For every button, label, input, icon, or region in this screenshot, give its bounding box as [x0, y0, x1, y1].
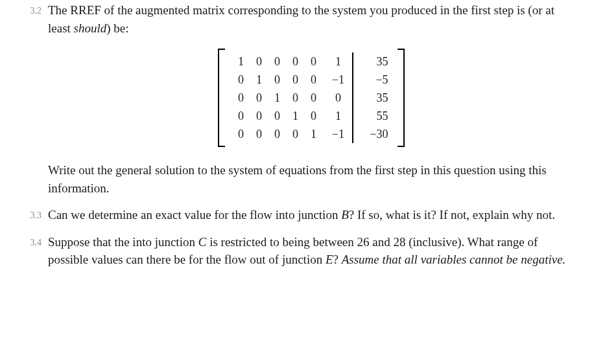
- matrix-cell: 0: [286, 71, 304, 88]
- matrix-cell: 0: [304, 89, 322, 106]
- right-bracket: [396, 49, 405, 147]
- text: ? If so, what is it? If not, explain why…: [349, 208, 555, 222]
- text: ?: [333, 253, 342, 266]
- question-number: 3.4: [19, 233, 48, 249]
- document-page: 3.2 The RREF of the augmented matrix cor…: [0, 0, 594, 291]
- augment-bar: [352, 52, 353, 143]
- matrix-cell: 0: [286, 53, 304, 70]
- text: Can we determine an exact value for the …: [48, 208, 341, 222]
- matrix-cell: −30: [360, 126, 391, 142]
- question-body: Suppose that the into junction C is rest…: [48, 233, 575, 269]
- matrix-cell: 0: [304, 71, 322, 88]
- question-number: 3.2: [19, 1, 48, 17]
- matrix-cell: 0: [326, 89, 350, 106]
- junction-B: B: [341, 208, 349, 222]
- matrix-cell: 1: [304, 126, 322, 142]
- matrix-cell: 0: [268, 71, 286, 88]
- junction-E: E: [326, 253, 333, 266]
- matrix-cell: −5: [360, 71, 391, 88]
- matrix-cell: 0: [286, 126, 304, 142]
- matrix-cell: 1: [268, 89, 286, 106]
- italic-word: should: [74, 21, 107, 35]
- matrix-cell: 35: [360, 53, 391, 70]
- matrix-cell: 0: [304, 108, 322, 124]
- matrix-cell: 1: [286, 108, 304, 124]
- text: ) be:: [106, 21, 128, 35]
- matrix-cell: 0: [250, 53, 268, 70]
- matrix-cell: −1: [326, 126, 350, 142]
- matrix-cell: 0: [232, 108, 250, 124]
- matrix-cell: 0: [268, 53, 286, 70]
- question-3-3: 3.3 Can we determine an exact value for …: [19, 206, 575, 224]
- matrix-cell: 55: [360, 108, 391, 124]
- question-body: Can we determine an exact value for the …: [48, 206, 575, 224]
- augmented-matrix: 1 0 0 0 0 0 1 0 0 0 0 0 1: [48, 49, 575, 147]
- question-body: The RREF of the augmented matrix corresp…: [48, 1, 575, 197]
- matrix-cell: 0: [232, 126, 250, 142]
- matrix-cell: 1: [232, 53, 250, 70]
- matrix-block-A: 1 0 0 0 0 0 1 0 0 0 0 0 1: [232, 52, 322, 143]
- question-3-4: 3.4 Suppose that the into junction C is …: [19, 233, 575, 269]
- matrix-cell: −1: [326, 71, 350, 88]
- matrix-cell: 0: [268, 108, 286, 124]
- text: Suppose that the into junction: [48, 235, 198, 249]
- paragraph: Write out the general solution to the sy…: [48, 161, 575, 197]
- matrix-cell: 0: [286, 89, 304, 106]
- matrix-block-C: 35 −5 35 55 −30: [360, 52, 391, 143]
- matrix-cell: 0: [250, 126, 268, 142]
- matrix-cell: 1: [326, 108, 350, 124]
- question-number: 3.3: [19, 206, 48, 222]
- junction-C: C: [198, 235, 207, 249]
- matrix-cell: 0: [268, 126, 286, 142]
- matrix-cell: 35: [360, 89, 391, 106]
- question-3-2: 3.2 The RREF of the augmented matrix cor…: [19, 1, 575, 197]
- matrix-cell: 0: [250, 108, 268, 124]
- matrix-cell: 0: [250, 89, 268, 106]
- matrix-block-B: 1 −1 0 1 −1: [326, 52, 350, 143]
- italic-note: Assume that all variables cannot be nega…: [342, 253, 566, 266]
- matrix-cell: 0: [232, 71, 250, 88]
- matrix-cell: 1: [326, 53, 350, 70]
- matrix-cell: 0: [232, 89, 250, 106]
- matrix-cell: 0: [304, 53, 322, 70]
- matrix-cell: 1: [250, 71, 268, 88]
- left-bracket: [218, 49, 226, 147]
